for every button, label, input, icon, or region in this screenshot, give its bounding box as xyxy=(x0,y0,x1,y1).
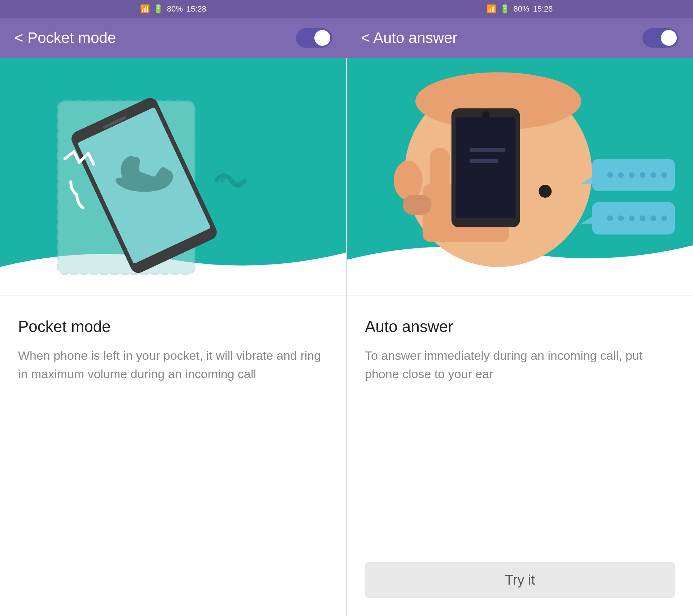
svg-rect-16 xyxy=(470,148,506,152)
svg-point-25 xyxy=(640,172,645,178)
battery-left: 80% xyxy=(167,4,183,14)
main-content: Pocket mode When phone is left in your p… xyxy=(0,58,693,616)
pocket-mode-description: Pocket mode When phone is left in your p… xyxy=(0,296,346,616)
svg-point-34 xyxy=(650,215,656,221)
svg-point-30 xyxy=(607,215,613,221)
battery-right: 80% xyxy=(513,4,529,14)
status-bar: 📶 🔋 80% 15:28 📶 🔋 80% 15:28 xyxy=(0,0,693,18)
time-left: 15:28 xyxy=(186,4,206,14)
pocket-mode-panel: Pocket mode When phone is left in your p… xyxy=(0,58,346,616)
svg-point-32 xyxy=(629,215,635,221)
svg-point-8 xyxy=(394,161,423,200)
wifi-icon: 📶 xyxy=(140,4,150,14)
svg-rect-17 xyxy=(470,159,498,163)
svg-point-22 xyxy=(607,172,613,178)
auto-answer-panel: Auto answer To answer immediately during… xyxy=(347,58,693,616)
toggle-thumb-left xyxy=(314,30,330,46)
svg-rect-15 xyxy=(456,117,516,218)
svg-point-24 xyxy=(629,172,635,178)
status-bar-left: 📶 🔋 80% 15:28 xyxy=(0,0,346,18)
header-bar: < Pocket mode < Auto answer xyxy=(0,18,693,58)
pocket-mode-title: Pocket mode xyxy=(18,318,328,336)
signal-icon: 🔋 xyxy=(153,4,163,14)
svg-point-19 xyxy=(539,185,552,198)
pocket-mode-illustration xyxy=(0,58,346,296)
pocket-mode-header[interactable]: < Pocket mode xyxy=(14,29,116,47)
header-right: < Auto answer xyxy=(346,18,693,58)
pocket-mode-text: When phone is left in your pocket, it wi… xyxy=(18,346,328,383)
svg-point-27 xyxy=(661,172,667,178)
auto-answer-description: Auto answer To answer immediately during… xyxy=(347,296,693,551)
auto-answer-text: To answer immediately during an incoming… xyxy=(365,346,675,383)
back-icon-left[interactable]: < Pocket mode xyxy=(14,29,116,47)
back-icon-right[interactable]: < Auto answer xyxy=(361,29,457,47)
auto-answer-header[interactable]: < Auto answer xyxy=(361,29,457,47)
auto-answer-illustration xyxy=(347,58,693,296)
svg-point-23 xyxy=(618,172,624,178)
svg-point-18 xyxy=(482,111,489,118)
try-it-button[interactable]: Try it xyxy=(365,562,675,598)
header-left: < Pocket mode xyxy=(0,18,346,58)
wifi-icon-right: 📶 xyxy=(487,4,496,14)
svg-rect-13 xyxy=(403,195,432,215)
status-bar-right: 📶 🔋 80% 15:28 xyxy=(346,0,693,18)
svg-point-33 xyxy=(640,215,645,221)
signal-icon-right: 🔋 xyxy=(500,4,510,14)
pocket-mode-toggle[interactable] xyxy=(296,28,332,48)
auto-answer-title: Auto answer xyxy=(365,318,675,336)
svg-point-31 xyxy=(618,215,624,221)
toggle-thumb-right xyxy=(661,30,677,46)
svg-point-26 xyxy=(650,172,656,178)
auto-answer-toggle[interactable] xyxy=(642,28,679,48)
time-right: 15:28 xyxy=(533,4,553,14)
svg-point-35 xyxy=(661,215,667,221)
